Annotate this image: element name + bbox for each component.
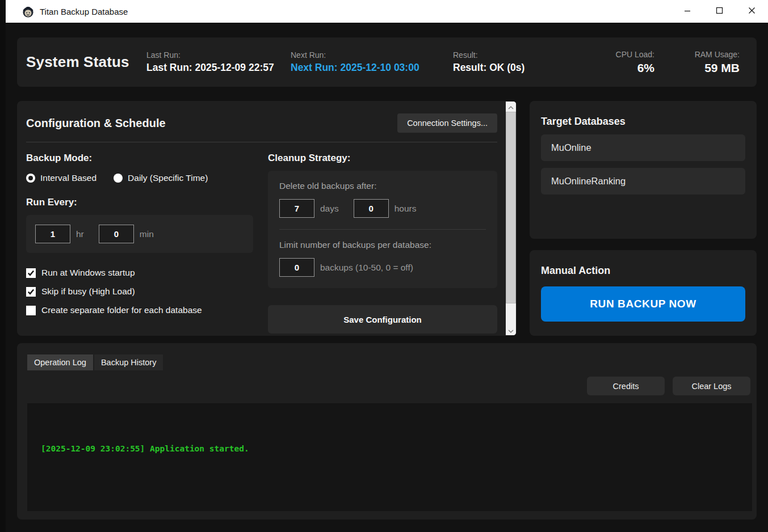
cleanup-group: Delete old backups after: days hours Lim… xyxy=(268,171,497,288)
checkbox-skip-if-busy-label: Skip if busy (High Load) xyxy=(41,286,135,297)
window-controls xyxy=(671,0,768,23)
delete-old-backups-label: Delete old backups after: xyxy=(279,181,486,191)
run-every-group: hr min xyxy=(26,215,253,253)
clear-logs-button[interactable]: Clear Logs xyxy=(673,377,750,395)
checkbox-checked-icon[interactable] xyxy=(26,268,36,278)
close-icon xyxy=(748,7,756,16)
run-every-min-input[interactable] xyxy=(99,225,134,243)
result-value: Result: OK (0s) xyxy=(453,62,592,74)
checkbox-run-at-startup-label: Run at Windows startup xyxy=(41,268,135,278)
radio-daily-specific-time[interactable]: Daily (Specific Time) xyxy=(114,173,208,183)
checkbox-unchecked-icon[interactable] xyxy=(26,306,36,315)
tab-backup-history[interactable]: Backup History xyxy=(94,354,163,370)
cpu-load-value: 6% xyxy=(592,61,654,75)
run-every-min-unit: min xyxy=(140,229,154,239)
title-bar: Titan Backup Database xyxy=(0,0,768,23)
radio-daily-label: Daily (Specific Time) xyxy=(128,173,208,183)
cleanup-strategy-label: Cleanup Strategy: xyxy=(268,153,497,164)
app-icon xyxy=(22,5,35,18)
scrollbar-up-button[interactable] xyxy=(506,102,516,112)
run-every-label: Run Every: xyxy=(26,197,253,208)
delete-hours-unit: hours xyxy=(395,204,417,214)
delete-days-unit: days xyxy=(320,204,339,214)
connection-settings-button[interactable]: Connection Settings... xyxy=(397,113,497,133)
target-databases-panel: Target Databases MuOnline MuOnlineRankin… xyxy=(530,101,757,239)
radio-interval-based[interactable]: Interval Based xyxy=(26,173,96,183)
last-run-label: Last Run: xyxy=(146,50,291,60)
checkbox-checked-icon[interactable] xyxy=(26,287,36,297)
limit-backups-unit: backups (10-50, 0 = off) xyxy=(320,263,413,273)
cpu-load-stat: CPU Load: 6% xyxy=(592,50,654,75)
limit-backups-label: Limit number of backups per database: xyxy=(279,240,486,250)
maximize-icon xyxy=(716,7,723,16)
last-run-stat: Last Run: Last Run: 2025-12-09 22:57 xyxy=(146,50,291,74)
run-every-hr-unit: hr xyxy=(76,229,84,239)
ram-usage-stat: RAM Usage: 59 MB xyxy=(677,50,740,75)
delete-days-input[interactable] xyxy=(279,199,314,218)
database-list-item[interactable]: MuOnline xyxy=(541,134,745,161)
credits-button[interactable]: Credits xyxy=(587,377,665,395)
scrollbar-thumb[interactable] xyxy=(506,112,516,303)
next-run-stat: Next Run: Next Run: 2025-12-10 03:00 xyxy=(291,50,453,74)
radio-interval-based-label: Interval Based xyxy=(40,173,96,183)
scrollbar-down-button[interactable] xyxy=(506,325,516,335)
configuration-title: Configuration & Schedule xyxy=(26,117,166,130)
backup-mode-label: Backup Mode: xyxy=(26,153,253,164)
system-status-title: System Status xyxy=(26,53,146,71)
window-title: Titan Backup Database xyxy=(40,7,128,16)
manual-action-title: Manual Action xyxy=(541,265,745,277)
checkbox-separate-folder-label: Create separate folder for each database xyxy=(41,305,202,315)
radio-selected-icon[interactable] xyxy=(26,174,35,183)
next-run-label: Next Run: xyxy=(291,50,453,60)
log-entry: [2025-12-09 23:02:55] Application starte… xyxy=(41,444,738,453)
close-button[interactable] xyxy=(736,0,768,23)
window-edge-strip xyxy=(0,0,6,532)
delete-hours-input[interactable] xyxy=(354,199,389,218)
configuration-panel: Configuration & Schedule Connection Sett… xyxy=(17,101,517,336)
run-backup-now-button[interactable]: RUN BACKUP NOW xyxy=(541,286,745,322)
ram-usage-label: RAM Usage: xyxy=(677,50,740,59)
limit-backups-input[interactable] xyxy=(279,258,314,277)
checkbox-separate-folder[interactable]: Create separate folder for each database xyxy=(26,305,253,315)
last-run-value: Last Run: 2025-12-09 22:57 xyxy=(146,62,291,74)
tab-operation-log[interactable]: Operation Log xyxy=(27,354,93,370)
checkbox-skip-if-busy[interactable]: Skip if busy (High Load) xyxy=(26,286,253,297)
chevron-down-icon xyxy=(508,325,514,335)
result-label: Result: xyxy=(453,50,592,60)
run-every-hr-input[interactable] xyxy=(35,225,70,243)
cpu-load-label: CPU Load: xyxy=(592,50,654,59)
result-stat: Result: Result: OK (0s) xyxy=(453,50,592,74)
minimize-icon xyxy=(684,7,691,16)
database-list-item[interactable]: MuOnlineRanking xyxy=(541,168,745,195)
log-tabs: Operation Log Backup History xyxy=(27,354,752,370)
logs-panel: Operation Log Backup History Credits Cle… xyxy=(17,343,757,520)
divider xyxy=(26,142,497,142)
radio-unselected-icon[interactable] xyxy=(114,174,123,183)
maximize-button[interactable] xyxy=(703,0,736,23)
next-run-value: Next Run: 2025-12-10 03:00 xyxy=(291,62,453,74)
save-configuration-button[interactable]: Save Configuration xyxy=(268,305,497,333)
checkbox-run-at-startup[interactable]: Run at Windows startup xyxy=(26,268,253,278)
log-console[interactable]: [2025-12-09 23:02:55] Application starte… xyxy=(27,403,752,511)
vertical-scrollbar[interactable] xyxy=(506,102,516,335)
manual-action-panel: Manual Action RUN BACKUP NOW xyxy=(530,250,757,336)
minimize-button[interactable] xyxy=(671,0,703,23)
chevron-up-icon xyxy=(508,102,514,112)
ram-usage-value: 59 MB xyxy=(677,61,740,75)
system-status-panel: System Status Last Run: Last Run: 2025-1… xyxy=(17,37,757,87)
divider xyxy=(279,229,486,230)
target-databases-title: Target Databases xyxy=(541,116,745,128)
